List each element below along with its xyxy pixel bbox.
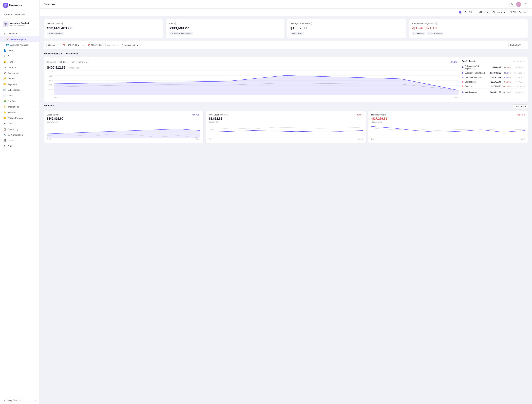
show-label: Show <box>47 61 52 63</box>
aov-info-icon[interactable]: i <box>310 22 313 25</box>
sidebar-item-label: Users <box>8 49 36 52</box>
comparison-select[interactable]: Previous month ▾ <box>120 43 140 47</box>
sidebar-item-deployment[interactable]: 🚀 Deployment <box>0 70 39 76</box>
sidebar-item-coupons[interactable]: 🏷 Coupons <box>0 65 39 70</box>
affiliate-icon: 🤝 <box>3 117 6 119</box>
rev-card-gross-volume: Gross volume +68.4% ↑ $445,816.90* $264,… <box>44 111 203 143</box>
end-date-select[interactable]: 📅 2024-12-08 ▾ <box>86 43 106 47</box>
integrations-icon: ⚡ <box>3 105 6 108</box>
sidebar-item-label: Plans <box>8 60 36 63</box>
sidebar-item-sales-analytics[interactable]: 📈 Sales Analytics <box>0 36 39 42</box>
granularity-select[interactable]: Daily (GMT) ▾ <box>508 43 525 47</box>
refunds-svg <box>371 125 525 138</box>
sidebar-item-team[interactable]: 👫 Team <box>0 138 39 143</box>
menu-icon[interactable]: ☰ <box>523 2 528 7</box>
svg-marker-15 <box>47 129 200 138</box>
sidebar-item-events[interactable]: 📋 Events Log <box>0 126 39 132</box>
refunds-x-labels: Dec 1Dec 8 <box>371 138 525 140</box>
addons-icon: 🧩 <box>3 100 6 102</box>
sidebar-item-audience-analytics[interactable]: 👥 Audience Analytics <box>0 42 39 48</box>
show-metric-dropdown[interactable]: Net Re... ▾ <box>57 60 70 64</box>
sub1st-change: -88.9% ↓ <box>503 66 511 68</box>
refunds-volume-title: Refunds volume <box>371 114 386 116</box>
sidebar-item-sdk[interactable]: 🔧 SDK Integration <box>0 132 39 138</box>
end-date-label: 2024-12-08 <box>91 44 101 46</box>
coupons-icon: 🏷 <box>3 66 6 69</box>
sidebar-footer: ✕ Setup Checklist ↗ <box>0 397 39 404</box>
mrr-info-icon[interactable]: i <box>174 22 177 25</box>
net-payments-title: Net Payments & Transactions <box>44 52 528 55</box>
main-chart-area: $0$20K$40K$60K$80K$100K <box>47 71 458 99</box>
emails-icon: ✉ <box>3 122 6 125</box>
range-type-chevron-icon: ▾ <box>56 44 57 46</box>
team-icon: 👫 <box>3 139 6 142</box>
products-nav-button[interactable]: Products ▾ <box>14 13 27 17</box>
licenses-icon: 🔑 <box>3 77 6 80</box>
sidebar: Freemius Stores ▾ Products ▾ 🔮 Awesome P… <box>0 0 40 404</box>
sidebar-item-affiliate[interactable]: 🤝 Affiliate Program <box>0 115 39 121</box>
sidebar-item-users[interactable]: 👤 Users <box>0 48 39 53</box>
start-date-select[interactable]: 📅 2024-12-01 ▾ <box>61 43 81 47</box>
chart-right: Dec 1 - Dec 8 Nov 1 - Nov 8 Subscription… <box>462 60 525 99</box>
range-type-select[interactable]: Custom ▾ <box>46 43 59 47</box>
licenses-chevron-icon: ▾ <box>504 11 505 13</box>
sidebar-item-label: Events Log <box>8 128 36 130</box>
show-info-icon[interactable]: i <box>53 61 56 63</box>
mrr-subscriptions-badge: 4,825 Active Subscriptions <box>169 32 193 35</box>
product-slug: awesome-product <box>10 24 29 26</box>
product-avatar: 🔮 <box>3 21 9 27</box>
net-revenue-change: +61.2% ↑ <box>503 91 511 93</box>
aov-orders-badge: 6,002 Orders <box>291 32 304 35</box>
date-range-bar: Custom ▾ 📅 2024-12-01 ▾ – 📅 2024-12-08 ▾… <box>44 41 528 49</box>
trend-chevron-icon: ▾ <box>86 61 87 63</box>
sidebar-item-sites[interactable]: 🖥 Sites <box>0 53 39 59</box>
chart-svg <box>54 71 458 95</box>
metric-row-lifetime: Lifetime Purchases $261,925.89 +162% ↑ $… <box>462 75 525 80</box>
lifetime-dot <box>462 77 463 78</box>
user-avatar[interactable] <box>516 2 521 7</box>
aov-rev-prev: $1,894.81 <box>209 121 363 123</box>
chart-left: Show i Net Re... ▾ with Trend ... ▾ +61.… <box>47 60 458 99</box>
sidebar-item-subscriptions[interactable]: 🔄 Subscriptions <box>0 87 39 93</box>
sidebar-item-label: Team <box>8 139 36 142</box>
rev-card-refunds-volume: Refunds volume +63.5% ↓ -$17,296.81* -$1… <box>368 111 528 143</box>
gross-volume-value: $445,816.90* <box>47 117 200 120</box>
deployment-icon: 🚀 <box>3 72 6 74</box>
sidebar-item-addons[interactable]: 🧩 Add Ons <box>0 98 39 104</box>
setup-checklist-close-icon[interactable]: ✕ <box>3 399 6 402</box>
aov-title: Avg. Order Value i <box>209 114 228 116</box>
licenses-filter[interactable]: All Licenses ▾ <box>491 10 507 14</box>
share-icon[interactable]: ↗ <box>33 399 37 402</box>
sidebar-item-plans[interactable]: 💰 Plans <box>0 59 39 65</box>
currency-filter[interactable]: FX-USD ▾ <box>463 10 475 14</box>
sidebar-item-emails[interactable]: ✉ Emails <box>0 121 39 126</box>
stores-chevron-icon: ▾ <box>11 14 12 16</box>
sidebar-item-reviews[interactable]: ⭐ Reviews <box>0 110 39 115</box>
customize-button[interactable]: Customize ▾ <box>513 104 528 109</box>
aov-rev-info-icon[interactable]: i <box>226 114 228 116</box>
comparison-label: Previous month <box>122 44 136 46</box>
refunds-badge: 611 Refunds <box>412 32 425 35</box>
main-content: Dashboard ⊕ ☰ i FX-USD ▾ All Plans ▾ All… <box>40 0 532 404</box>
refunds-info-icon[interactable]: i <box>436 22 438 25</box>
sidebar-item-payments[interactable]: 💳 Payments <box>0 81 39 87</box>
chargebacks-change: +407.8% ↓ <box>502 81 511 83</box>
refunds-label: Refunds & Chargebacks <box>412 22 435 25</box>
stores-nav-button[interactable]: Stores ▾ <box>3 13 14 17</box>
add-button[interactable]: ⊕ <box>509 2 514 7</box>
billing-filter[interactable]: All Billing Cycles ▾ <box>508 10 528 14</box>
metric-row-sub1st: Subscription 1st Payments $5,408.40 -88.… <box>462 64 525 71</box>
chargebacks-dot <box>462 81 463 83</box>
plans-filter[interactable]: All Plans ▾ <box>477 10 490 14</box>
trend-dropdown[interactable]: Trend ... ▾ <box>76 60 89 64</box>
freemius-logo-icon <box>3 3 8 8</box>
lifetime-gross-info-icon[interactable]: i <box>62 22 64 25</box>
sidebar-item-licenses[interactable]: 🔑 Licenses <box>0 76 39 81</box>
sidebar-item-dashboard[interactable]: ⊞ Dashboard <box>0 31 39 36</box>
sidebar-item-label: Sites <box>8 55 36 57</box>
sidebar-item-settings[interactable]: ⚙ Settings <box>0 143 39 149</box>
with-label: with <box>71 61 75 63</box>
sidebar-item-integrations[interactable]: ⚡ Integrations ▾ <box>0 104 39 110</box>
sidebar-item-carts[interactable]: 🛒 Carts <box>0 93 39 98</box>
end-date-chevron-icon: ▾ <box>103 44 104 46</box>
